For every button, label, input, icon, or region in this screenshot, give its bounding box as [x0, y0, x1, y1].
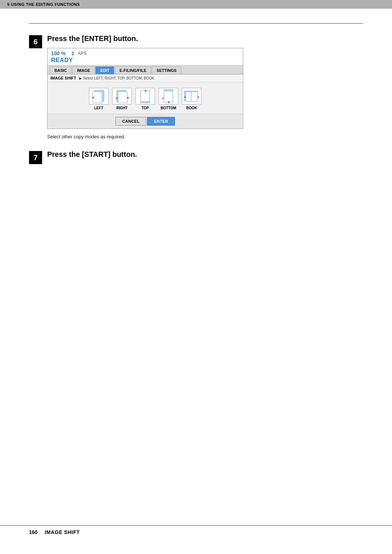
image-shift-hint: ▶ Select LEFT, RIGHT, TOP, BOTTOM, BOOK	[79, 76, 154, 80]
shift-right-btn[interactable]: ↵ ► RIGHT	[112, 88, 132, 110]
ready-status: READY	[51, 57, 239, 64]
tab-efiling[interactable]: E-FILING/FILE	[115, 66, 151, 74]
step-7-number: 7	[29, 151, 42, 164]
step-7-title: Press the [START] button.	[47, 150, 363, 159]
svg-text:▼: ▼	[167, 100, 171, 104]
ui-panel: 100 % 1 APS READY BASIC IMAGE EDIT	[47, 48, 243, 129]
svg-text:►: ►	[127, 95, 130, 99]
shift-book-icon: ◄ ►	[182, 88, 201, 105]
tab-bar: BASIC IMAGE EDIT E-FILING/FILE SETTINGS	[48, 65, 243, 74]
shift-bottom-label: BOTTOM	[160, 106, 176, 110]
shift-top-label: TOP	[142, 106, 149, 110]
tab-image[interactable]: IMAGE	[72, 66, 95, 74]
svg-rect-4	[118, 91, 127, 103]
aps-label: APS	[78, 51, 87, 56]
svg-text:↵: ↵	[162, 97, 165, 100]
step-7-row: 7 Press the [START] button.	[29, 150, 363, 164]
zoom-percent: 100 %	[51, 50, 66, 56]
shift-book-label: BOOK	[186, 106, 197, 110]
svg-text:►: ►	[197, 95, 200, 99]
ui-panel-top: 100 % 1 APS READY	[48, 48, 243, 65]
section-header-text: 5 USING THE EDITING FUNCTIONS	[7, 2, 80, 7]
shift-top-icon: ▲	[135, 88, 155, 105]
image-shift-label: IMAGE SHIFT	[50, 76, 76, 80]
shift-right-icon: ↵ ►	[112, 88, 132, 105]
tab-edit[interactable]: EDIT	[95, 66, 114, 74]
shift-left-icon: ◄	[89, 88, 109, 105]
footer-section-title: IMAGE SHIFT	[45, 529, 79, 535]
step-6-content: Press the [ENTER] button. 100 % 1 APS RE…	[47, 34, 363, 139]
tab-basic[interactable]: BASIC	[50, 66, 72, 74]
cancel-button[interactable]: CANCEL	[115, 117, 147, 126]
shift-bottom-icon: ↵ ▼	[159, 88, 178, 105]
shift-left-label: LEFT	[94, 106, 103, 110]
tab-settings[interactable]: SETTINGS	[152, 66, 181, 74]
shift-options-area: ◄ LEFT ↵ ►	[48, 82, 243, 114]
footer: 160 IMAGE SHIFT	[0, 525, 392, 539]
step-6-number: 6	[29, 35, 42, 48]
shift-book-btn[interactable]: ◄ ► BOOK	[182, 88, 201, 110]
shift-bottom-btn[interactable]: ↵ ▼ BOTTOM	[159, 88, 178, 110]
step-7-content: Press the [START] button.	[47, 150, 363, 164]
svg-text:◄: ◄	[91, 95, 95, 99]
svg-text:◄: ◄	[183, 95, 187, 99]
image-shift-row: IMAGE SHIFT ▶ Select LEFT, RIGHT, TOP, B…	[48, 74, 243, 82]
enter-button[interactable]: ENTER	[147, 117, 175, 126]
shift-left-btn[interactable]: ◄ LEFT	[89, 88, 109, 110]
svg-text:↵: ↵	[115, 97, 118, 100]
shift-top-btn[interactable]: ▲ TOP	[135, 88, 155, 110]
top-divider	[29, 23, 363, 24]
step-6-description: Select other copy modes as required.	[47, 134, 363, 139]
shift-right-label: RIGHT	[116, 106, 127, 110]
action-buttons-row: CANCEL ENTER	[48, 114, 243, 129]
step-6-row: 6 Press the [ENTER] button. 100 % 1 APS …	[29, 34, 363, 139]
status-row: 100 % 1 APS	[51, 50, 239, 56]
copy-count: 1	[72, 50, 74, 56]
step-6-title: Press the [ENTER] button.	[47, 34, 363, 43]
section-header: 5 USING THE EDITING FUNCTIONS	[0, 0, 392, 9]
footer-page-number: 160	[29, 529, 37, 535]
svg-rect-15	[186, 91, 192, 101]
svg-text:▲: ▲	[144, 88, 147, 92]
